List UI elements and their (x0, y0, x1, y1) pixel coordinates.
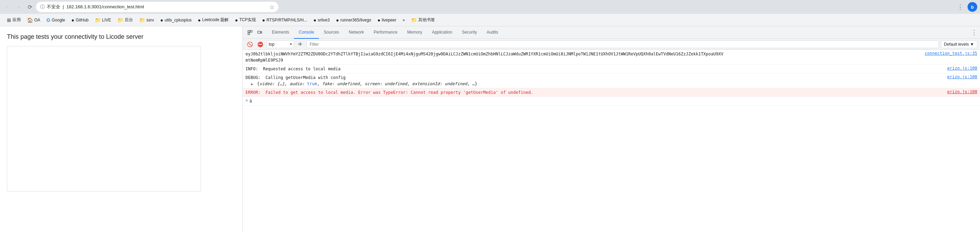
bookmark-label: ssrv (146, 17, 154, 22)
bookmark-leetcode[interactable]: ● Leetcode 题解 (195, 16, 231, 24)
tab-application[interactable]: Application (427, 26, 457, 39)
main-area: This page tests your connectivity to Lic… (0, 26, 980, 232)
console-link-info[interactable]: erizo.js:100 (942, 66, 977, 71)
tab-audits[interactable]: Audits (482, 26, 503, 39)
tab-network[interactable]: Network (344, 26, 369, 39)
tab-console[interactable]: Console (294, 26, 319, 39)
apps-icon: ⊞ (7, 17, 11, 23)
extensions-button[interactable]: ⋮ (957, 3, 963, 11)
devtools-panel: Elements Console Sources Network Perform… (242, 26, 980, 232)
bookmark-label: Google (52, 17, 65, 22)
inspect-element-button[interactable] (245, 28, 255, 37)
back-button[interactable]: ← (3, 2, 13, 12)
bookmark-other[interactable]: 📁 其他书签 (408, 16, 438, 24)
bookmark-label: » (403, 17, 405, 22)
forward-button[interactable]: → (14, 2, 24, 12)
console-text-error: ERROR: Failed to get access to local med… (245, 89, 942, 95)
console-toolbar: 🚫 ⛔ top ▼ 👁 Default levels ▼ (243, 39, 980, 50)
github-icon: ● (262, 17, 265, 23)
console-clear-button[interactable]: 🚫 (245, 40, 254, 48)
tab-performance[interactable]: Performance (369, 26, 402, 39)
bookmark-backend[interactable]: 📁 后台 (115, 16, 136, 24)
eye-button[interactable]: 👁 (296, 40, 304, 48)
console-prompt: > (245, 98, 248, 103)
security-icon: ⓘ (40, 4, 45, 10)
console-block-button[interactable]: ⛔ (256, 40, 264, 48)
bookmark-more[interactable]: » (400, 16, 408, 24)
console-entry-inner: INFO: Requested access to local media er… (245, 66, 977, 72)
bookmark-oa[interactable]: 🏠 OA (24, 16, 43, 24)
filter-input[interactable] (307, 41, 939, 48)
github-icon: ● (336, 17, 339, 23)
console-entry-info: INFO: Requested access to local media er… (243, 65, 980, 73)
console-link-debug[interactable]: erizo.js:100 (942, 75, 977, 79)
title-bar: ← → ⟳ ⓘ 不安全 | 182.168.1.6:3001/connectio… (0, 0, 980, 14)
tab-elements[interactable]: Elements (267, 26, 294, 39)
bookmark-label: utils_cplusplus (164, 17, 191, 22)
bookmark-srlive3[interactable]: ● srlive3 (310, 16, 332, 24)
bookmark-ssrv[interactable]: 📁 ssrv (137, 16, 157, 24)
console-entry-inner: ERROR: Failed to get access to local med… (245, 89, 977, 95)
device-toggle-button[interactable] (255, 28, 264, 37)
bookmark-runner365[interactable]: ● runner365/livego (333, 16, 374, 24)
video-box (7, 46, 201, 191)
bookmark-livepeer[interactable]: ● livepeer (375, 16, 399, 24)
google-icon: G (46, 17, 50, 23)
bookmarks-bar: ⊞ 应用 🏠 OA G Google ● GitHub 📁 LIVE 📁 后台 … (0, 14, 980, 26)
expand-arrow-icon[interactable]: ▶ (251, 82, 253, 86)
bookmark-github[interactable]: ● GitHub (68, 16, 91, 24)
devtools-more-button[interactable]: ⋮ (968, 29, 980, 37)
levels-label: Default levels ▼ (944, 42, 974, 47)
bookmark-label: livepeer (382, 17, 396, 22)
svg-rect-3 (258, 31, 261, 33)
bookmark-label: GitHub (75, 17, 88, 22)
bookmark-star-button[interactable]: ☆ (269, 4, 274, 10)
svg-rect-2 (250, 30, 252, 32)
debug-obj: {video: {…}, audio: true, fake: undefine… (257, 81, 477, 86)
bookmark-apps[interactable]: ⊞ 应用 (4, 16, 24, 24)
devtools-left-icons (243, 28, 267, 37)
bookmark-label: LIVE (102, 17, 111, 22)
levels-button[interactable]: Default levels ▼ (941, 41, 977, 48)
context-select-wrapper: top ▼ (266, 41, 294, 48)
bookmark-utils[interactable]: ● utils_cplusplus (158, 16, 195, 24)
github-icon: ● (313, 17, 316, 23)
page-content: This page tests your connectivity to Lic… (0, 26, 242, 232)
github-icon: ● (72, 17, 74, 23)
devtools-tab-bar: Elements Console Sources Network Perform… (243, 26, 980, 39)
page-title: This page tests your connectivity to Lic… (7, 33, 235, 41)
debug-sub: ▶ {video: {…}, audio: true, fake: undefi… (245, 81, 977, 87)
bookmark-tcp[interactable]: ● TCP实现 (232, 16, 258, 24)
github-icon: ● (160, 17, 163, 23)
console-entry-inner: DEBUG: Calling getUserMedia with config … (245, 75, 977, 81)
folder-icon: 📁 (139, 17, 145, 23)
tab-memory[interactable]: Memory (402, 26, 427, 39)
bookmark-live[interactable]: 📁 LIVE (92, 16, 114, 24)
bookmark-google[interactable]: G Google (44, 16, 68, 24)
github-icon: ● (198, 17, 200, 23)
reload-button[interactable]: ⟳ (25, 2, 35, 12)
github-icon: ● (377, 17, 380, 23)
tab-security[interactable]: Security (457, 26, 482, 39)
console-output: eyJ0b2tlbkljoiNWVhYmY2ZTM2ZDU0ODc2YTdhZT… (243, 50, 980, 232)
toolbar-icons: ⋮ (957, 3, 963, 11)
context-select[interactable]: top (266, 41, 294, 48)
bookmark-label: 后台 (125, 17, 133, 23)
console-entry-inner: > ā (245, 98, 977, 104)
bookmark-rtsp[interactable]: ● RTSP/RTMP/HLS/H... (259, 16, 310, 24)
bookmark-label: OA (34, 17, 40, 22)
bookmark-label: 应用 (13, 17, 21, 23)
console-text-info: INFO: Requested access to local media (245, 66, 942, 72)
console-link-error[interactable]: erizo.js:100 (942, 89, 977, 94)
console-entry-debug: DEBUG: Calling getUserMedia with config … (243, 73, 980, 88)
svg-rect-1 (248, 33, 250, 35)
address-bar[interactable]: ⓘ 不安全 | 182.168.1.6:3001/connection_test… (36, 2, 278, 12)
bookmark-label: Leetcode 题解 (202, 17, 229, 23)
debug-wrapper: DEBUG: Calling getUserMedia with config … (245, 75, 977, 87)
tab-sources[interactable]: Sources (319, 26, 344, 39)
profile-button[interactable]: b (967, 2, 977, 12)
console-link-hash[interactable]: connection_test.js:35 (919, 51, 977, 56)
folder-icon: 📁 (118, 17, 123, 23)
console-text: eyJ0b2tlbkljoiNWVhYmY2ZTM2ZDU0ODc2YTdhZT… (245, 51, 919, 64)
folder-icon: 📁 (95, 17, 101, 23)
